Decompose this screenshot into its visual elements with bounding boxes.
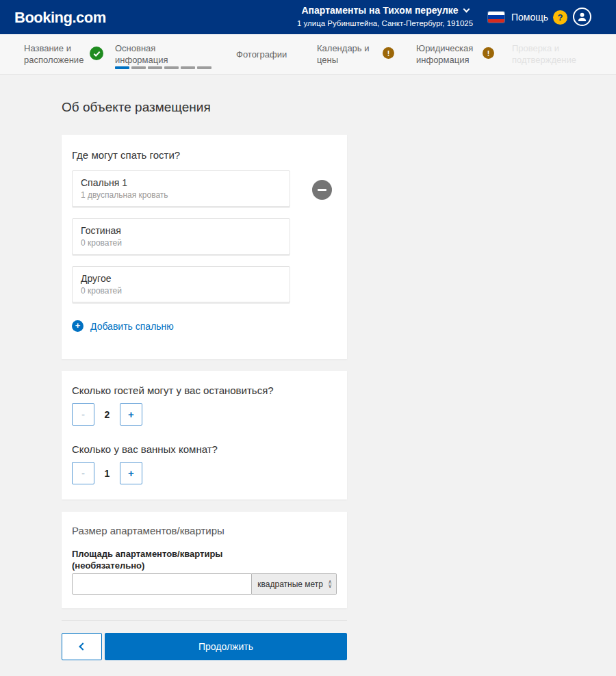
size-input[interactable]	[72, 573, 252, 595]
add-bedroom-label: Добавить спальню	[90, 321, 174, 332]
footer-divider	[62, 620, 347, 621]
bathrooms-decrease-button[interactable]: -	[72, 462, 94, 484]
size-section: Размер апартаментов/квартиры Площадь апа…	[62, 512, 347, 608]
bathrooms-value: 1	[94, 468, 120, 479]
progress-segment	[164, 66, 179, 69]
bedroom-beds: 0 кроватей	[81, 238, 281, 248]
unit-selected: квадратные метр	[257, 580, 323, 589]
bedroom-card[interactable]: Спальня 1 1 двуспальная кровать	[72, 170, 290, 207]
app-header: Booking.com Апартаменты на Тихом переулк…	[0, 0, 616, 34]
chevron-up-down-icon: ∧∨	[328, 580, 332, 588]
page-title: Об объекте размещения	[62, 100, 211, 115]
progress-segment	[131, 66, 146, 69]
user-avatar-icon[interactable]	[573, 8, 591, 26]
help-button[interactable]: Помощь ?	[511, 0, 567, 34]
sleeping-question: Где могут спать гости?	[72, 149, 337, 161]
bedroom-beds: 0 кроватей	[81, 286, 281, 296]
chevron-down-icon	[463, 5, 470, 12]
unit-select[interactable]: квадратные метр ∧∨	[252, 573, 337, 595]
size-label: Площадь апартаментов/квартиры (необязате…	[72, 548, 337, 571]
property-address: 1 улица Рубинштейна, Санкт-Петербург, 19…	[297, 19, 473, 27]
step-basic-info[interactable]: Основная информация	[115, 42, 168, 66]
property-switcher[interactable]: Апартаменты на Тихом переулке 1 улица Ру…	[294, 5, 476, 27]
guests-question: Сколько гостей могут у вас остановиться?	[72, 385, 337, 396]
russia-flag-icon[interactable]	[488, 12, 504, 23]
counts-section: Сколько гостей могут у вас остановиться?…	[62, 371, 347, 499]
bathrooms-increase-button[interactable]: +	[120, 462, 142, 484]
continue-button[interactable]: Продолжить	[105, 633, 347, 660]
check-icon	[90, 47, 103, 60]
warning-icon: !	[483, 47, 494, 59]
guests-decrease-button[interactable]: -	[72, 403, 94, 426]
minus-icon	[318, 189, 326, 191]
bedroom-name: Гостиная	[81, 225, 281, 236]
bathrooms-stepper: - 1 +	[72, 462, 337, 484]
add-bedroom-link[interactable]: + Добавить спальню	[72, 320, 337, 332]
guests-value: 2	[94, 409, 120, 420]
progress-bar	[115, 66, 211, 69]
size-input-row: квадратные метр ∧∨	[72, 573, 337, 595]
guests-stepper: - 2 +	[72, 403, 337, 426]
booking-logo: Booking.com	[14, 9, 106, 27]
size-heading: Размер апартаментов/квартиры	[72, 525, 337, 536]
remove-bedroom-button[interactable]	[312, 180, 332, 200]
bedroom-name: Другое	[81, 273, 281, 284]
bedroom-name: Спальня 1	[81, 177, 281, 188]
progress-segment	[181, 66, 195, 69]
bedroom-beds: 1 двуспальная кровать	[81, 190, 281, 200]
progress-segment	[115, 66, 129, 69]
step-photos[interactable]: Фотографии	[236, 49, 287, 60]
step-review-confirm: Проверка и подтверждение	[512, 42, 576, 66]
help-question-icon: ?	[553, 10, 567, 25]
plus-circle-icon: +	[72, 320, 84, 332]
step-legal-info[interactable]: Юридическая информация	[416, 42, 473, 66]
chevron-left-icon	[79, 642, 86, 650]
warning-icon: !	[383, 47, 394, 59]
step-calendar-prices[interactable]: Календарь и цены	[317, 42, 370, 66]
step-name-location[interactable]: Название и расположение	[24, 42, 84, 66]
property-name: Апартаменты на Тихом переулке	[301, 5, 458, 16]
bedroom-card[interactable]: Гостиная 0 кроватей	[72, 218, 290, 255]
steps-nav: Название и расположение Основная информа…	[0, 34, 616, 75]
help-label: Помощь	[511, 12, 548, 23]
progress-segment	[197, 66, 211, 69]
sleeping-section: Где могут спать гости? Спальня 1 1 двусп…	[62, 135, 347, 359]
bedroom-card[interactable]: Другое 0 кроватей	[72, 266, 290, 302]
guests-increase-button[interactable]: +	[120, 403, 142, 426]
bathrooms-question: Сколько у вас ванных комнат?	[72, 443, 337, 455]
progress-segment	[148, 66, 162, 69]
back-button[interactable]	[62, 633, 102, 660]
